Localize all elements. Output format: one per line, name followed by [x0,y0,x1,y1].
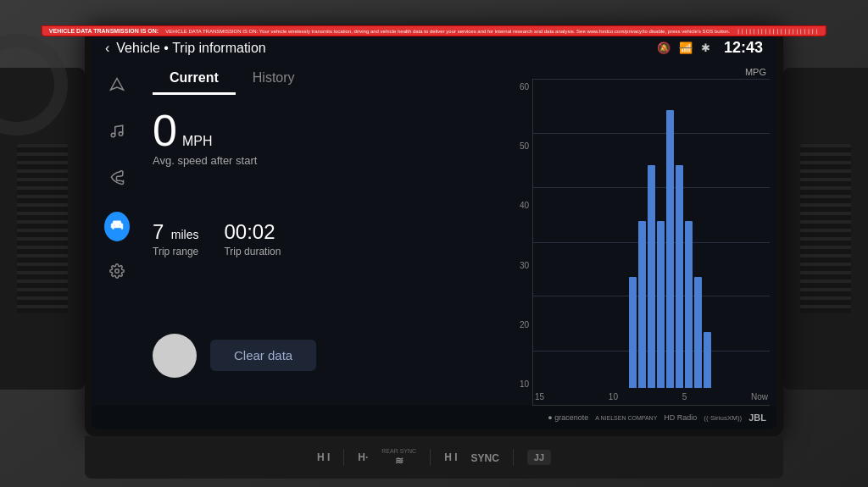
chart-inner: 15 10 5 Now [532,79,770,406]
main-bezel: VEHICLE DATA TRANSMISSION IS ON: VEHICLE… [85,25,783,436]
control-h1-left[interactable]: H I [317,451,330,463]
sidebar-item-phone[interactable] [104,165,130,195]
jbl-logo: JBL [748,412,766,423]
metrics-row: 7 miles Trip range 00:02 Trip duration [153,220,488,297]
barcode: ||||||||||||||||||||| [737,28,819,34]
control-jj[interactable]: JJ [527,450,551,465]
hd-radio-logo: HD Radio [664,413,697,422]
gracenote-logo: ● gracenote [548,413,588,422]
range-label: Trip range [153,246,198,257]
bar-16 [685,221,693,388]
sidebar-item-vehicle[interactable] [104,212,130,241]
x-label-5: 5 [682,392,687,401]
back-button[interactable]: ‹ [105,41,109,56]
y-label-20: 20 [520,320,529,329]
sidebar-item-settings[interactable] [104,258,130,288]
page-title: Vehicle • Trip information [116,41,265,56]
y-label-50: 50 [520,141,529,151]
top-bar: ‹ Vehicle • Trip information 🔕 📶 ✱ 12:43 [92,32,776,64]
svg-point-1 [111,133,115,137]
sidebar [92,64,142,406]
duration-label: Trip duration [224,246,281,257]
y-label-10: 10 [520,379,529,389]
duration-value: 00:02 [224,220,275,243]
sidebar-item-navigation[interactable] [104,72,130,102]
trip-data: 0 MPH Avg. speed after start 7 miles [153,108,495,406]
tab-bar: Current History [153,64,495,95]
bar-18 [704,332,711,388]
x-label-10: 10 [609,392,618,401]
y-label-30: 30 [520,261,529,270]
control-sync[interactable]: SYNC [470,452,498,464]
mute-icon: 🔕 [657,42,670,54]
bar-13 [657,221,665,388]
range-block: 7 miles Trip range [153,220,198,297]
gracenote-sub: A NIELSEN COMPANY [595,415,657,421]
svg-point-2 [119,132,123,136]
control-sync-wave[interactable]: ≋ [395,455,403,467]
speed-value: 0 [153,108,177,152]
svg-point-3 [115,269,120,274]
bar-14 [666,110,674,389]
brand-logos: ● gracenote A NIELSEN COMPANY HD Radio (… [548,412,766,423]
clear-data-button[interactable]: Clear data [210,340,316,371]
range-unit: miles [171,228,199,241]
bar-17 [694,277,702,388]
bar-12 [648,165,655,388]
circle-action-button[interactable] [153,334,197,378]
siriusxm-logo: ((·SiriusXM)) [704,414,742,422]
speed-unit: MPH [182,134,213,149]
main-screen: ‹ Vehicle • Trip information 🔕 📶 ✱ 12:43 [92,32,776,429]
duration-block: 00:02 Trip duration [224,220,281,297]
warning-text: VEHICLE DATA TRANSMISSION IS ON: Your ve… [165,29,730,34]
warning-banner: VEHICLE DATA TRANSMISSION IS ON: VEHICLE… [42,25,826,36]
svg-marker-0 [111,79,124,91]
physical-controls: H I H· REAR SYNC ≋ H I SYNC JJ [85,436,783,479]
chart-area: MPG 60 50 40 30 20 10 [505,64,776,406]
control-h1-right[interactable]: H I [444,451,457,463]
y-label-60: 60 [520,82,529,91]
speed-section: 0 MPH Avg. speed after start [153,108,488,207]
range-value: 7 [153,220,164,243]
bar-10 [629,277,637,388]
sidebar-item-music[interactable] [104,119,130,148]
speed-label: Avg. speed after start [153,154,488,167]
y-axis: 60 50 40 30 20 10 [505,79,532,406]
tab-current[interactable]: Current [153,64,236,95]
y-label-40: 40 [520,201,529,210]
control-rear[interactable]: H· [358,451,368,463]
status-bar: ● gracenote A NIELSEN COMPANY HD Radio (… [92,406,776,429]
bluetooth-icon: ✱ [701,42,710,54]
bottom-action-row: Clear data [153,313,488,406]
signal-off-icon: 📶 [679,42,693,54]
x-label-now: Now [751,392,768,401]
clock-display: 12:43 [724,39,763,57]
chart-container: 60 50 40 30 20 10 [505,79,770,406]
mpg-label: MPG [505,67,770,77]
x-axis: 15 10 5 Now [533,388,770,405]
x-label-15: 15 [535,392,544,401]
bar-11 [638,221,646,388]
bars-container [533,79,770,388]
warning-title: VEHICLE DATA TRANSMISSION IS ON: [49,28,159,34]
content-area: Current History 0 MPH Avg. speed after s… [142,64,505,406]
bar-15 [676,165,683,388]
tab-history[interactable]: History [236,64,312,95]
